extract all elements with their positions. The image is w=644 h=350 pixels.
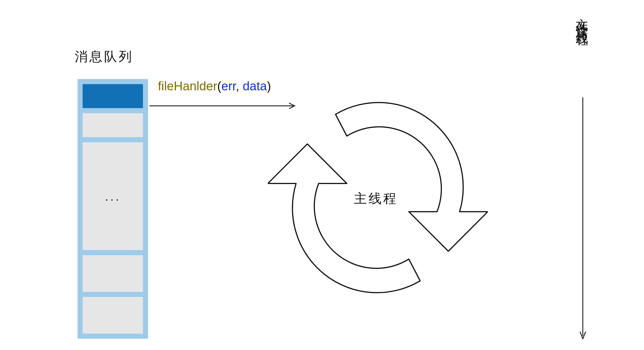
callback-arg-err: err (221, 79, 236, 93)
arrow-down-icon (579, 97, 587, 343)
queue-slot-ellipsis: ... (83, 142, 143, 250)
message-queue: ... (78, 79, 148, 339)
io-thread-label: 文件读写线程 (574, 8, 590, 29)
queue-title: 消息队列 (75, 48, 133, 65)
callback-fn-name: fileHanlder (158, 79, 217, 93)
comma: , (236, 79, 242, 93)
main-thread-label: 主线程 (354, 190, 398, 207)
queue-slot-active (83, 84, 143, 108)
queue-slot (83, 297, 143, 334)
callback-arg-data: data (243, 79, 267, 93)
callback-label: fileHanlder(err, data) (158, 79, 271, 93)
queue-slot (83, 255, 143, 292)
queue-slot (83, 113, 143, 137)
paren-open: ( (217, 79, 221, 93)
